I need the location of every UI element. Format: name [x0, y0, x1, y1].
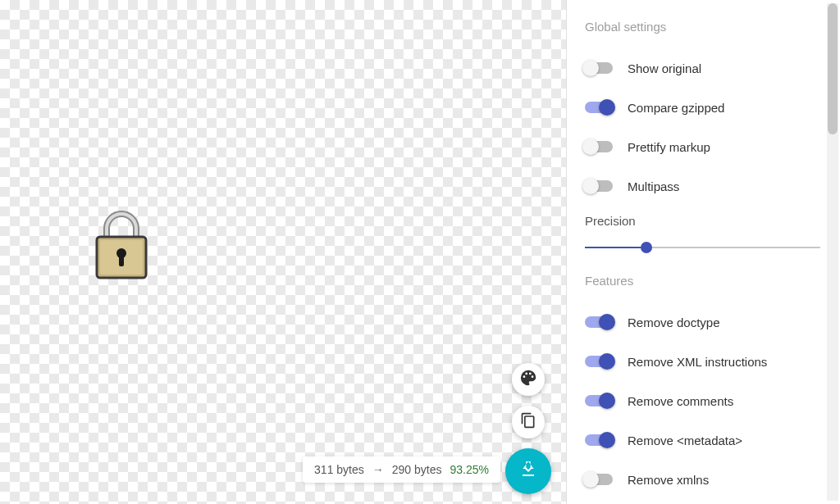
setting-label: Compare gzipped	[628, 101, 724, 115]
setting-label: Remove XML instructions	[628, 355, 767, 369]
setting-remove-doctype: Remove doctype	[585, 302, 820, 342]
size-before: 311 bytes	[314, 463, 364, 476]
setting-label: Prettify markup	[628, 140, 710, 154]
setting-remove-xmlns: Remove xmlns	[585, 460, 820, 499]
toggle-remove-metadata[interactable]	[585, 434, 613, 446]
setting-label: Multipass	[628, 179, 679, 193]
copy-button[interactable]	[512, 406, 545, 438]
paint-icon	[519, 369, 537, 390]
setting-label: Remove <metadata>	[628, 434, 742, 447]
toggle-show-original[interactable]	[585, 62, 613, 74]
download-icon	[518, 460, 538, 483]
setting-label: Remove comments	[628, 394, 733, 408]
section-title-features: Features	[585, 274, 820, 288]
setting-compare-gzipped: Compare gzipped	[585, 88, 820, 127]
svg-rect-3	[119, 255, 124, 266]
setting-show-original: Show original	[585, 48, 820, 88]
size-after: 290 bytes	[392, 463, 442, 476]
setting-label: Show original	[628, 61, 701, 75]
svg-rect-4	[523, 474, 534, 476]
toggle-prettify-markup[interactable]	[585, 141, 613, 152]
setting-prettify-markup: Prettify markup	[585, 127, 820, 166]
scrollbar-thumb[interactable]	[828, 3, 838, 134]
toggle-compare-gzipped[interactable]	[585, 102, 613, 113]
size-status: 311 bytes → 290 bytes 93.25%	[303, 456, 500, 483]
settings-scroll[interactable]: Global settings Show original Compare gz…	[567, 0, 825, 504]
size-percent: 93.25%	[450, 463, 489, 476]
precision-slider[interactable]	[585, 239, 820, 256]
setting-label: Remove doctype	[628, 316, 720, 329]
preview-canvas[interactable]: 311 bytes → 290 bytes 93.25%	[0, 0, 566, 504]
toggle-multipass[interactable]	[585, 180, 613, 192]
section-title-global: Global settings	[585, 20, 820, 34]
precision-label: Precision	[585, 214, 820, 228]
preview-image	[92, 209, 151, 284]
download-button[interactable]	[505, 448, 551, 494]
toggle-remove-comments[interactable]	[585, 395, 613, 406]
setting-multipass: Multipass	[585, 166, 820, 206]
setting-remove-comments: Remove comments	[585, 381, 820, 420]
setting-label: Remove xmlns	[628, 473, 709, 487]
toggle-remove-doctype[interactable]	[585, 316, 613, 328]
copy-icon	[520, 412, 536, 432]
toggle-remove-xml-instructions[interactable]	[585, 356, 613, 367]
toggle-remove-xmlns[interactable]	[585, 474, 613, 485]
setting-remove-metadata: Remove <metadata>	[585, 420, 820, 460]
setting-remove-xml-instructions: Remove XML instructions	[585, 342, 820, 381]
theme-toggle-button[interactable]	[512, 363, 545, 396]
arrow-icon: →	[372, 463, 384, 476]
settings-panel: Global settings Show original Compare gz…	[566, 0, 840, 504]
